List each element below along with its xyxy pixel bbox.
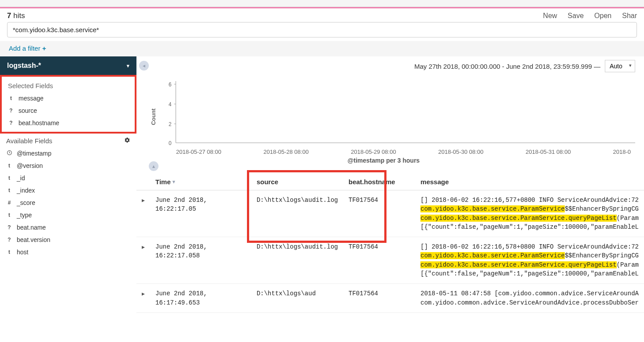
field-timestamp[interactable]: @timestamp	[0, 147, 136, 160]
cell-time: June 2nd 2018, 16:22:17.058	[150, 237, 251, 284]
hit-count-number: 7	[7, 11, 11, 20]
type-unknown-icon: ?	[6, 224, 12, 230]
field-label: _id	[17, 175, 25, 182]
field-host[interactable]: t host	[0, 246, 136, 258]
field-label: source	[18, 107, 37, 114]
save-button[interactable]: Save	[568, 12, 584, 20]
top-bar: 7 hits New Save Open Shar	[0, 9, 644, 22]
progress-bar	[0, 7, 644, 8]
new-button[interactable]: New	[543, 12, 557, 20]
type-text-icon: t	[6, 163, 12, 169]
gear-icon[interactable]	[124, 137, 130, 145]
histogram-chart[interactable]: Count 0 2 4 6 2018-05-27 08:00 2018-05-2…	[136, 75, 644, 159]
time-header-label: Time	[155, 178, 171, 186]
field-beat-name[interactable]: ? beat.name	[0, 221, 136, 234]
x-tick: 2018-0	[613, 149, 631, 155]
date-range-text: May 27th 2018, 00:00:00.000 - June 2nd 2…	[414, 63, 600, 70]
table-row: ▸ June 2nd 2018, 16:17:49.653 D:\httx\lo…	[136, 284, 644, 313]
index-pattern-name: logstash-*	[7, 62, 41, 70]
hit-count: 7 hits	[7, 11, 25, 20]
sidebar: logstash-* ▾ Selected Fields t message ?…	[0, 56, 136, 341]
cell-source: D:\httx\logs\aud	[251, 284, 343, 313]
x-tick: 2018-05-31 08:00	[526, 149, 571, 155]
cell-time: June 2nd 2018, 16:22:17.05	[150, 190, 251, 237]
field-score[interactable]: # _score	[0, 197, 136, 209]
x-axis-label: @timestamp per 3 hours	[158, 157, 635, 164]
cell-message: 2018-05-11 08:47:58 [com.yidoo.common.ad…	[415, 284, 644, 313]
field-label: @timestamp	[17, 150, 52, 157]
cell-host: TF017564	[343, 284, 416, 313]
host-header[interactable]: beat.hostname	[343, 174, 416, 190]
field-label: _index	[17, 187, 35, 194]
field-source[interactable]: ? source	[2, 104, 135, 117]
top-actions: New Save Open Shar	[543, 12, 637, 20]
type-text-icon: t	[6, 175, 12, 181]
expand-row-icon[interactable]: ▸	[136, 284, 150, 313]
type-number-icon: #	[6, 200, 12, 206]
field-label: host	[17, 249, 28, 256]
field-label: _type	[17, 212, 32, 219]
field-label: _score	[17, 199, 35, 206]
add-filter-label: Add a filter	[9, 45, 40, 52]
field-beat-version[interactable]: ? beat.version	[0, 234, 136, 246]
filter-bar: Add a filter +	[0, 41, 644, 56]
collapse-chart-icon[interactable]: ◂	[139, 61, 149, 71]
type-text-icon: t	[6, 212, 12, 218]
main-area: logstash-* ▾ Selected Fields t message ?…	[0, 56, 644, 341]
cell-source: D:\httx\logs\audit.log	[251, 190, 343, 237]
field-index[interactable]: t _index	[0, 184, 136, 197]
field-label: @version	[17, 162, 43, 169]
x-tick: 2018-05-28 08:00	[264, 149, 309, 155]
field-label: beat.name	[17, 224, 46, 231]
sort-desc-icon: ▾	[173, 179, 175, 185]
x-axis-labels: 2018-05-27 08:00 2018-05-28 08:00 2018-0…	[158, 149, 635, 155]
plus-icon: +	[42, 45, 46, 52]
type-date-icon	[6, 150, 12, 157]
date-range-row: May 27th 2018, 00:00:00.000 - June 2nd 2…	[136, 56, 644, 75]
field-beat-hostname[interactable]: ? beat.hostname	[2, 117, 135, 129]
field-version[interactable]: t @version	[0, 160, 136, 172]
cell-message: [] 2018-06-02 16:22:16,578+0800 INFO Ser…	[415, 237, 644, 284]
type-text-icon: t	[8, 95, 14, 101]
browser-chrome-bar	[0, 0, 644, 7]
svg-text:0: 0	[169, 140, 172, 146]
field-id[interactable]: t _id	[0, 172, 136, 184]
field-label: beat.version	[17, 236, 50, 243]
search-wrap	[0, 22, 644, 41]
documents-table: Time ▾ source beat.hostname message ▸ Ju…	[136, 174, 644, 313]
cell-source: D:\httx\logs\audit.log	[251, 237, 343, 284]
collapse-table-icon[interactable]: ▴	[149, 161, 158, 171]
expand-header	[136, 174, 150, 190]
cell-host: TF017564	[343, 190, 416, 237]
table-row: ▸ June 2nd 2018, 16:22:17.058 D:\httx\lo…	[136, 237, 644, 284]
cell-message: [] 2018-06-02 16:22:16,577+0800 INFO Ser…	[415, 190, 644, 237]
cell-host: TF017564	[343, 237, 416, 284]
chart-svg: 0 2 4 6	[158, 77, 635, 147]
x-tick: 2018-05-27 08:00	[176, 149, 221, 155]
svg-text:4: 4	[169, 101, 172, 108]
add-filter-button[interactable]: Add a filter +	[9, 45, 46, 52]
open-button[interactable]: Open	[594, 12, 611, 20]
share-button[interactable]: Shar	[622, 12, 637, 20]
source-header[interactable]: source	[251, 174, 343, 190]
svg-text:2: 2	[169, 121, 172, 127]
field-type[interactable]: t _type	[0, 209, 136, 221]
time-header[interactable]: Time ▾	[150, 174, 251, 190]
interval-select[interactable]: Auto	[605, 60, 635, 72]
y-axis-label: Count	[150, 108, 157, 125]
search-input[interactable]	[7, 22, 637, 37]
field-message[interactable]: t message	[2, 92, 135, 104]
type-text-icon: t	[6, 249, 12, 255]
field-label: message	[18, 95, 44, 102]
chevron-down-icon: ▾	[127, 63, 129, 69]
type-text-icon: t	[6, 187, 12, 193]
selected-fields-highlight: Selected Fields t message ? source ? bea…	[0, 75, 136, 134]
x-tick: 2018-05-30 08:00	[438, 149, 484, 155]
source-header-label: source	[257, 178, 278, 186]
expand-row-icon[interactable]: ▸	[136, 190, 150, 237]
message-header[interactable]: message	[415, 174, 644, 190]
table-row: ▸ June 2nd 2018, 16:22:17.05 D:\httx\log…	[136, 190, 644, 237]
expand-row-icon[interactable]: ▸	[136, 237, 150, 284]
svg-text:6: 6	[169, 82, 172, 88]
index-pattern-selector[interactable]: logstash-* ▾	[0, 56, 136, 75]
